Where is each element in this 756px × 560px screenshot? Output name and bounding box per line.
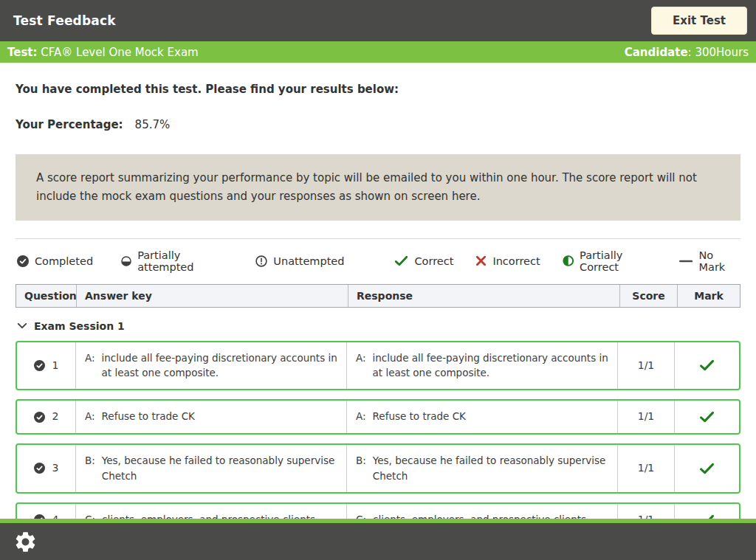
exam-session-title: Exam Session 1 — [34, 320, 125, 332]
question-row[interactable]: 3 B:Yes, because he failed to reasonably… — [16, 443, 740, 494]
score-cell: 1/1 — [617, 401, 674, 433]
mark-cell — [674, 342, 739, 390]
response-text: Refuse to trade CK — [373, 409, 466, 424]
settings-button[interactable] — [12, 528, 39, 556]
mark-cell — [674, 445, 739, 492]
bottom-bar — [0, 519, 756, 560]
status-legend: Completed Partially attempted Unattempte… — [17, 249, 372, 273]
score-value: 1/1 — [638, 460, 655, 477]
question-number: 1 — [52, 358, 59, 374]
test-label: Test: — [7, 46, 38, 59]
legend-partially-correct-label: Partially Correct — [580, 249, 657, 273]
response-letter: A: — [356, 350, 366, 381]
chevron-down-icon — [17, 322, 27, 329]
column-header-score: Score — [619, 285, 677, 307]
correct-check-icon — [699, 359, 715, 371]
correct-check-icon — [699, 411, 715, 423]
response-cell: B:Yes, because he failed to reasonably s… — [346, 445, 617, 492]
score-report-notice: A score report summarizing your performa… — [16, 154, 740, 221]
percentage-label: Your Percentage: — [16, 118, 123, 131]
check-icon — [394, 255, 408, 266]
response-letter: B: — [356, 453, 366, 484]
legend-no-mark-label: No Mark — [699, 249, 739, 273]
legend-completed-label: Completed — [35, 255, 93, 267]
column-header-response: Response — [348, 285, 619, 307]
results-content: You have completed this test. Please fin… — [0, 83, 756, 560]
banner-candidate: Candidate: 300Hours — [625, 46, 749, 59]
score-value: 1/1 — [638, 409, 655, 425]
top-header-bar: Test Feedback Exit Test — [0, 0, 756, 41]
results-table-header: Question Answer key Response Score Mark — [16, 284, 740, 308]
question-number-cell: 3 — [17, 445, 75, 492]
legend-no-mark: No Mark — [679, 249, 739, 273]
response-letter: A: — [356, 409, 366, 424]
percentage-line: Your Percentage:85.7% — [16, 118, 740, 131]
candidate-label: Candidate — [625, 46, 688, 59]
footer-toolbar — [0, 523, 756, 560]
legend-correct-label: Correct — [414, 255, 453, 267]
completed-message: You have completed this test. Please fin… — [16, 83, 740, 96]
answer-key-cell: A:include all fee-paying discretionary a… — [75, 342, 346, 390]
question-number-cell: 2 — [17, 401, 75, 433]
dash-icon — [679, 259, 693, 263]
column-header-mark: Mark — [677, 285, 740, 307]
candidate-name: : 300Hours — [688, 46, 749, 59]
score-value: 1/1 — [638, 358, 655, 374]
question-number: 2 — [52, 409, 59, 425]
legend-partially-attempted-label: Partially attempted — [137, 249, 227, 273]
completed-status-icon — [34, 412, 45, 423]
legend-completed: Completed — [17, 255, 93, 267]
response-text: Yes, because he failed to reasonably sup… — [373, 453, 608, 484]
response-cell: A:Refuse to trade CK — [346, 401, 617, 433]
question-number: 3 — [52, 460, 59, 477]
test-info-banner: Test: CFA® Level One Mock Exam Candidate… — [0, 41, 756, 63]
legend-incorrect-label: Incorrect — [492, 255, 540, 267]
completed-status-icon — [34, 360, 45, 371]
exam-session-toggle[interactable]: Exam Session 1 — [17, 320, 740, 332]
legend-unattempted: Unattempted — [255, 255, 344, 267]
question-row[interactable]: 2 A:Refuse to trade CK A:Refuse to trade… — [16, 399, 740, 435]
score-cell: 1/1 — [617, 342, 674, 390]
gear-icon — [13, 530, 38, 554]
banner-test-name: Test: CFA® Level One Mock Exam — [7, 46, 199, 59]
exit-test-button[interactable]: Exit Test — [651, 7, 747, 35]
half-filled-green-circle-icon — [563, 255, 574, 267]
question-row[interactable]: 1 A:include all fee-paying discretionary… — [16, 341, 740, 391]
percentage-value: 85.7% — [135, 118, 171, 131]
legend-partially-attempted: Partially attempted — [121, 249, 227, 273]
completed-status-icon — [34, 463, 45, 474]
mark-legend: Correct Incorrect Partially Correct No M… — [372, 249, 739, 273]
page-title: Test Feedback — [13, 13, 116, 28]
answer-letter: B: — [85, 453, 95, 484]
response-text: include all fee-paying discretionary acc… — [373, 350, 608, 381]
score-cell: 1/1 — [617, 445, 674, 492]
mark-cell — [674, 401, 739, 433]
half-filled-circle-icon — [121, 255, 131, 267]
answer-text: Yes, because he failed to reasonably sup… — [102, 453, 337, 484]
legend-correct: Correct — [394, 255, 453, 267]
x-icon — [475, 255, 487, 266]
answer-text: Refuse to trade CK — [102, 409, 195, 424]
legend-partially-correct: Partially Correct — [563, 249, 658, 273]
column-header-answer-key: Answer key — [76, 285, 348, 307]
test-name: CFA® Level One Mock Exam — [38, 46, 199, 59]
column-header-question: Question — [16, 285, 76, 307]
answer-letter: A: — [85, 409, 95, 424]
answer-key-cell: B:Yes, because he failed to reasonably s… — [75, 445, 346, 492]
legend-incorrect: Incorrect — [475, 255, 540, 267]
legend-bar: Completed Partially attempted Unattempte… — [16, 239, 740, 284]
answer-text: include all fee-paying discretionary acc… — [102, 350, 337, 381]
answer-letter: A: — [85, 350, 95, 381]
exclamation-circle-icon — [255, 255, 267, 267]
question-number-cell: 1 — [17, 342, 75, 390]
response-cell: A:include all fee-paying discretionary a… — [346, 342, 617, 390]
legend-unattempted-label: Unattempted — [273, 255, 344, 267]
correct-check-icon — [699, 463, 715, 474]
answer-key-cell: A:Refuse to trade CK — [75, 401, 346, 433]
completed-icon — [17, 255, 29, 267]
